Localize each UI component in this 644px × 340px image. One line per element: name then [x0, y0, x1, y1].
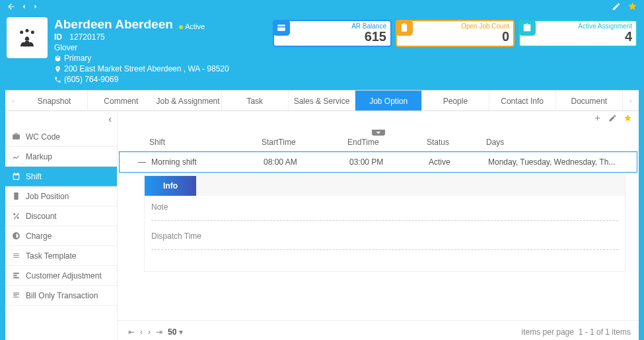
- favorite-header-icon[interactable]: [627, 1, 637, 13]
- chart-icon: [12, 152, 20, 161]
- page-size[interactable]: 50: [168, 327, 176, 337]
- company-logo: [7, 17, 48, 58]
- pager-last[interactable]: ⇥: [153, 327, 165, 337]
- status-badge: Active: [179, 22, 205, 30]
- company-industry: Glover: [54, 42, 266, 53]
- row-detail: Info Note Dispatch Time: [144, 175, 626, 272]
- pager: ⇤ ‹ › ⇥ 50 ▾ items per page 1 - 1 of 1 i…: [118, 320, 639, 340]
- bill-icon: [12, 291, 20, 300]
- sidebar-item-wc-code[interactable]: WC Code: [5, 127, 117, 147]
- sidebar-item-shift[interactable]: Shift: [5, 167, 117, 187]
- svg-point-2: [31, 30, 34, 34]
- sidebar-item-markup[interactable]: Markup: [5, 147, 117, 167]
- add-icon[interactable]: [593, 114, 602, 124]
- prev-icon[interactable]: [20, 3, 28, 13]
- tabs-scroll-left[interactable]: ‹: [5, 91, 21, 110]
- sidebar-item-task-template[interactable]: Task Template: [5, 246, 117, 266]
- kpi-ar-balance[interactable]: AR Balance 615: [273, 20, 392, 47]
- tab-contact-info[interactable]: Contact Info: [489, 91, 556, 110]
- favorite-icon[interactable]: [624, 114, 632, 124]
- col-end[interactable]: EndTime: [347, 138, 427, 147]
- pager-first[interactable]: ⇤: [125, 327, 137, 337]
- clipboard-icon: [12, 192, 20, 200]
- dispatch-input[interactable]: [151, 241, 618, 250]
- assignment-icon: [519, 20, 536, 36]
- col-status[interactable]: Status: [427, 138, 486, 147]
- tab-sales-service[interactable]: Sales & Service: [289, 91, 355, 110]
- edit-header-icon[interactable]: [612, 2, 621, 13]
- detail-tab-info[interactable]: Info: [145, 176, 196, 196]
- briefcase-icon: [12, 132, 20, 141]
- note-input[interactable]: [151, 212, 618, 221]
- note-label: Note: [151, 202, 168, 212]
- tabs-scroll-right[interactable]: ›: [623, 91, 639, 110]
- tab-job-option[interactable]: Job Option: [355, 91, 422, 110]
- tab-snapshot[interactable]: Snapshot: [21, 91, 88, 110]
- sidebar-item-discount[interactable]: Discount: [5, 206, 117, 226]
- back-icon[interactable]: [7, 2, 16, 13]
- grid-header: Shift StartTime EndTime Status Days: [118, 134, 639, 151]
- list-icon: [12, 251, 20, 260]
- tab-job-assignment[interactable]: Job & Assignment: [155, 91, 221, 110]
- pager-prev[interactable]: ‹: [137, 327, 145, 337]
- col-days[interactable]: Days: [486, 138, 626, 147]
- pager-next[interactable]: ›: [145, 327, 153, 337]
- collapse-row-icon[interactable]: —: [133, 157, 151, 167]
- panel-grip[interactable]: [118, 127, 639, 134]
- sidebar-item-charge[interactable]: Charge: [5, 226, 117, 246]
- sidenav: ‹ WC CodeMarkupShiftJob PositionDiscount…: [5, 111, 118, 340]
- tab-task[interactable]: Task: [222, 91, 289, 110]
- company-type: Primary: [54, 53, 266, 64]
- coin-icon: [12, 232, 20, 240]
- edit-icon[interactable]: [608, 114, 617, 124]
- kpi-active-assignment[interactable]: Active Assignment 4: [519, 20, 637, 47]
- percent-icon: [12, 212, 20, 220]
- calendar-icon: [12, 172, 20, 181]
- table-row[interactable]: — Morning shift 08:00 AM 03:00 PM Active…: [119, 151, 637, 173]
- sidebar-item-job-position[interactable]: Job Position: [5, 187, 117, 206]
- main-tabs: ‹ SnapshotCommentJob & AssignmentTaskSal…: [5, 90, 639, 111]
- sidenav-collapse[interactable]: ‹: [5, 111, 117, 127]
- pager-info: items per page 1 - 1 of 1 items: [522, 327, 631, 337]
- kpi-open-jobs[interactable]: Open Job Count 0: [396, 20, 515, 47]
- company-id: ID 12720175: [54, 32, 266, 42]
- company-address: 200 East Market Street Aberdeen , WA - 9…: [54, 64, 266, 74]
- svg-point-0: [20, 30, 23, 34]
- sidebar-item-customer-adjustment[interactable]: Customer Adjustment: [5, 266, 117, 286]
- next-icon[interactable]: [32, 3, 40, 13]
- col-start[interactable]: StartTime: [262, 138, 347, 147]
- clipboard-icon: [396, 20, 413, 36]
- col-shift[interactable]: Shift: [149, 138, 262, 147]
- sidebar-item-bill-only-transaction[interactable]: Bill Only Transaction: [5, 286, 117, 306]
- tab-people[interactable]: People: [422, 91, 489, 110]
- company-phone: (605) 764-9069: [54, 74, 266, 85]
- company-name: Aberdeen Aberdeen: [54, 17, 173, 32]
- svg-point-1: [26, 29, 29, 32]
- tab-document[interactable]: Document: [556, 91, 623, 110]
- cadj-icon: [12, 271, 20, 280]
- dispatch-label: Dispatch Time: [151, 232, 201, 241]
- card-icon: [273, 20, 290, 36]
- tab-comment[interactable]: Comment: [88, 91, 155, 110]
